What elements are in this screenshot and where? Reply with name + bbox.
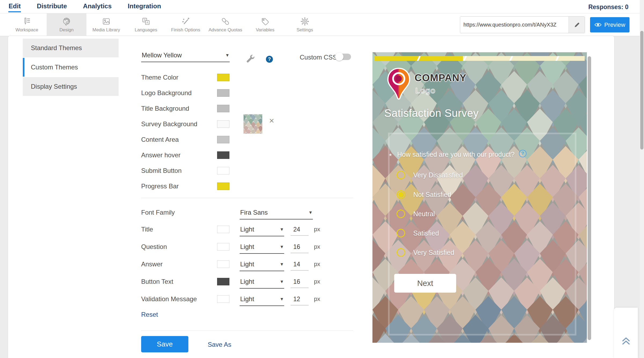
answer-weight-select[interactable]: Light ▾ <box>240 260 284 271</box>
unit-label: px <box>314 243 320 250</box>
wrench-icon <box>245 54 256 64</box>
chevron-down-icon: ▾ <box>226 52 229 58</box>
progress-bar-swatch[interactable] <box>217 182 229 190</box>
toolbar-item-variables[interactable]: Variables <box>245 13 285 36</box>
color-row-label: Progress Bar <box>141 182 179 190</box>
survey-progress-bar <box>375 56 585 61</box>
content-area-swatch[interactable] <box>217 136 229 143</box>
toolbar-item-advance-quotas[interactable]: Advance Quotas <box>206 13 245 36</box>
color-row-label: Survey Background <box>141 120 197 128</box>
nav-item-distribute[interactable]: Distribute <box>36 1 67 12</box>
title-size-input[interactable] <box>291 226 309 236</box>
color-row-label: Submit Button <box>141 167 182 174</box>
theme-color-swatch[interactable] <box>217 74 229 81</box>
question-help-icon[interactable]: ? <box>519 150 526 157</box>
edit-url-button[interactable] <box>569 17 585 33</box>
sidebar-item-display-settings[interactable]: Display Settings <box>23 77 119 96</box>
logo-background-swatch[interactable] <box>217 89 229 97</box>
answer-hover-swatch[interactable] <box>217 151 229 159</box>
toolbar-item-design[interactable]: Design <box>47 13 86 36</box>
scroll-to-top-icon[interactable] <box>621 337 631 345</box>
nav-item-integration[interactable]: Integration <box>127 1 161 12</box>
survey-url-input[interactable] <box>460 17 569 33</box>
survey-background-swatch[interactable] <box>217 120 229 128</box>
sidebar-item-standard-themes[interactable]: Standard Themes <box>23 39 119 57</box>
required-marker: * <box>389 152 392 160</box>
validation-weight-select[interactable]: Light ▾ <box>240 295 284 306</box>
company-logo: COMPANY Logo <box>386 67 499 103</box>
submit-button-swatch[interactable] <box>217 167 229 174</box>
survey-background-thumbnail[interactable] <box>243 114 262 134</box>
page-background: Standard Themes Custom Themes Display Se… <box>0 36 644 358</box>
survey-option[interactable]: Not Satisfied <box>397 190 451 199</box>
nav-item-edit[interactable]: Edit <box>8 1 21 12</box>
custom-css-toggle[interactable] <box>336 54 351 60</box>
toolbar-item-languages[interactable]: 文 A Languages <box>126 13 166 36</box>
pencil-icon <box>574 22 580 28</box>
color-row-label: Logo Background <box>141 89 192 97</box>
survey-option[interactable]: Very Satisfied <box>397 248 454 257</box>
radio-button[interactable] <box>397 229 405 237</box>
validation-size-input[interactable] <box>291 296 309 305</box>
toolbar-item-workspace[interactable]: Workspace <box>7 13 47 36</box>
toolbar: Workspace Design Media Library 文 A <box>0 13 644 36</box>
option-label: Neutral <box>413 210 435 218</box>
reset-link[interactable]: Reset <box>141 311 158 318</box>
font-family-select[interactable]: Fira Sans ▾ <box>240 209 313 219</box>
title-font-color-swatch[interactable] <box>217 226 229 233</box>
question-font-color-swatch[interactable] <box>217 243 229 251</box>
button-text-color-swatch[interactable] <box>217 278 229 285</box>
sidebar-item-custom-themes[interactable]: Custom Themes <box>23 58 119 77</box>
logo-pin-icon <box>386 67 411 100</box>
color-row-label: Theme Color <box>141 74 178 81</box>
toggle-knob <box>335 53 343 61</box>
nav-item-analytics[interactable]: Analytics <box>83 1 112 12</box>
validation-font-color-swatch[interactable] <box>217 295 229 303</box>
color-row-label: Title Background <box>141 105 189 112</box>
survey-option[interactable]: Neutral <box>397 210 435 218</box>
sidebar-item-label: Standard Themes <box>31 44 82 52</box>
survey-option[interactable]: Very Dissatisfied <box>397 171 463 179</box>
page-scrollbar-thumb[interactable] <box>640 31 643 150</box>
custom-css-label: Custom CSS <box>300 54 337 61</box>
title-background-swatch[interactable] <box>217 105 229 112</box>
color-row-label: Answer hover <box>141 151 181 159</box>
answer-size-input[interactable] <box>291 261 309 271</box>
radio-button[interactable] <box>397 248 405 257</box>
preview-scrollbar[interactable] <box>588 56 591 340</box>
font-row-label: Answer <box>141 260 163 268</box>
survey-option[interactable]: Satisfied <box>397 229 439 237</box>
button-text-size-input[interactable] <box>291 278 309 288</box>
remove-background-image-button[interactable]: × <box>269 116 274 125</box>
next-button[interactable]: Next <box>394 274 456 293</box>
answer-font-color-swatch[interactable] <box>217 260 229 268</box>
responses-count[interactable]: Responses: 0 <box>588 3 628 11</box>
question-size-input[interactable] <box>291 243 309 253</box>
toolbar-item-media-library[interactable]: Media Library <box>86 13 126 36</box>
customize-theme-button[interactable] <box>245 54 256 65</box>
toolbar-item-finish-options[interactable]: Finish Options <box>166 13 206 36</box>
scroll-to-top-panel <box>614 308 638 358</box>
survey-question: How satisfied are you with our product? <box>397 151 515 158</box>
survey-title: Satisfaction Survey <box>384 107 479 119</box>
title-weight-select[interactable]: Light ▾ <box>240 226 284 236</box>
question-weight-select[interactable]: Light ▾ <box>240 243 284 254</box>
unit-label: px <box>314 261 320 268</box>
toolbar-item-label: Design <box>60 27 74 33</box>
toolbar-item-label: Workspace <box>16 27 38 33</box>
save-as-link[interactable]: Save As <box>208 341 231 348</box>
radio-button[interactable] <box>397 171 405 179</box>
toolbar-item-label: Variables <box>256 27 275 33</box>
preview-button[interactable]: Preview <box>590 17 630 32</box>
help-icon[interactable]: ? <box>266 56 273 63</box>
advance-quotas-icon <box>221 17 230 26</box>
chevron-down-icon: ▾ <box>280 278 283 285</box>
toolbar-item-settings[interactable]: Settings <box>285 13 325 36</box>
button-text-weight-select[interactable]: Light ▾ <box>240 278 284 289</box>
radio-button[interactable] <box>397 190 405 199</box>
radio-button[interactable] <box>397 210 405 218</box>
save-button[interactable]: Save <box>141 336 188 352</box>
toolbar-item-label: Languages <box>135 27 157 33</box>
divider <box>141 198 353 198</box>
theme-select[interactable]: Mellow Yellow ▾ <box>141 51 230 62</box>
